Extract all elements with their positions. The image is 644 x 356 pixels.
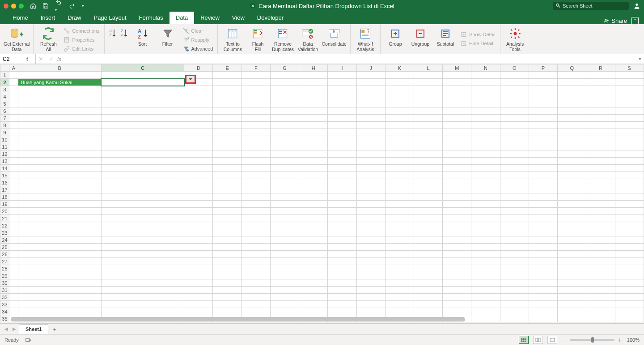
cell-B25[interactable] bbox=[18, 244, 101, 251]
column-header-J[interactable]: J bbox=[356, 64, 385, 72]
cell-F20[interactable] bbox=[242, 208, 270, 215]
cell-O5[interactable] bbox=[500, 100, 529, 107]
cell-M34[interactable] bbox=[443, 308, 471, 315]
cell-C21[interactable] bbox=[101, 215, 184, 222]
text-to-columns-button[interactable]: Text to Columns bbox=[221, 26, 244, 52]
name-box-input[interactable] bbox=[0, 54, 25, 64]
row-header-20[interactable]: 20 bbox=[0, 208, 9, 215]
cell-J12[interactable] bbox=[356, 150, 385, 158]
cell-R11[interactable] bbox=[586, 143, 615, 150]
cell-S3[interactable] bbox=[615, 86, 644, 93]
cell-D34[interactable] bbox=[184, 308, 213, 315]
search-sheet-input[interactable] bbox=[553, 2, 629, 10]
cell-I13[interactable] bbox=[328, 158, 356, 165]
cell-R12[interactable] bbox=[586, 150, 615, 158]
cell-N35[interactable] bbox=[471, 315, 500, 322]
cell-B34[interactable] bbox=[18, 308, 101, 315]
cell-O7[interactable] bbox=[500, 115, 529, 122]
cell-H5[interactable] bbox=[299, 100, 328, 107]
cell-I5[interactable] bbox=[328, 100, 356, 107]
cell-D27[interactable] bbox=[184, 258, 213, 265]
cell-F2[interactable] bbox=[242, 79, 270, 86]
cell-R14[interactable] bbox=[586, 165, 615, 172]
cell-Q6[interactable] bbox=[558, 107, 586, 115]
cell-P22[interactable] bbox=[529, 222, 557, 229]
cell-K24[interactable] bbox=[385, 236, 414, 244]
tab-page-layout[interactable]: Page Layout bbox=[88, 12, 133, 24]
sheet-tab-sheet1[interactable]: Sheet1 bbox=[19, 324, 48, 334]
cell-C2[interactable] bbox=[101, 79, 184, 86]
cell-H24[interactable] bbox=[299, 236, 328, 244]
cell-C19[interactable] bbox=[101, 201, 184, 208]
cell-B2[interactable]: Buah yang Kamu Sukai bbox=[18, 79, 101, 86]
cell-I30[interactable] bbox=[328, 279, 356, 287]
cell-E20[interactable] bbox=[213, 208, 242, 215]
cell-A9[interactable] bbox=[9, 129, 18, 136]
cell-N19[interactable] bbox=[471, 201, 500, 208]
cell-R19[interactable] bbox=[586, 201, 615, 208]
refresh-all-button[interactable]: Refresh All bbox=[37, 26, 59, 52]
cell-H34[interactable] bbox=[299, 308, 328, 315]
cell-Q20[interactable] bbox=[558, 208, 586, 215]
cell-E12[interactable] bbox=[213, 150, 242, 158]
cell-N33[interactable] bbox=[471, 301, 500, 308]
tab-formulas[interactable]: Formulas bbox=[133, 12, 169, 24]
cell-E13[interactable] bbox=[213, 158, 242, 165]
cell-A19[interactable] bbox=[9, 201, 18, 208]
cell-M9[interactable] bbox=[443, 129, 471, 136]
cell-C31[interactable] bbox=[101, 287, 184, 294]
cell-G34[interactable] bbox=[270, 308, 299, 315]
cell-Q30[interactable] bbox=[558, 279, 586, 287]
cell-Q16[interactable] bbox=[558, 179, 586, 186]
cell-E8[interactable] bbox=[213, 122, 242, 129]
cell-A7[interactable] bbox=[9, 115, 18, 122]
cell-N30[interactable] bbox=[471, 279, 500, 287]
cell-G23[interactable] bbox=[270, 229, 299, 236]
redo-icon[interactable] bbox=[68, 3, 76, 9]
cell-E6[interactable] bbox=[213, 107, 242, 115]
cell-S28[interactable] bbox=[615, 265, 644, 272]
cell-D16[interactable] bbox=[184, 179, 213, 186]
cell-F28[interactable] bbox=[242, 265, 270, 272]
cell-N23[interactable] bbox=[471, 229, 500, 236]
cell-K5[interactable] bbox=[385, 100, 414, 107]
cell-E28[interactable] bbox=[213, 265, 242, 272]
cell-B8[interactable] bbox=[18, 122, 101, 129]
cell-F22[interactable] bbox=[242, 222, 270, 229]
cell-P11[interactable] bbox=[529, 143, 557, 150]
cell-H21[interactable] bbox=[299, 215, 328, 222]
cell-C28[interactable] bbox=[101, 265, 184, 272]
cell-C16[interactable] bbox=[101, 179, 184, 186]
cell-S7[interactable] bbox=[615, 115, 644, 122]
filter-button[interactable]: Filter bbox=[157, 26, 179, 47]
cell-N22[interactable] bbox=[471, 222, 500, 229]
cell-K19[interactable] bbox=[385, 201, 414, 208]
properties-button[interactable]: Properties bbox=[62, 36, 100, 44]
subtotal-button[interactable]: Subtotal bbox=[434, 26, 457, 47]
cell-A21[interactable] bbox=[9, 215, 18, 222]
cell-B22[interactable] bbox=[18, 222, 101, 229]
maximize-window-button[interactable] bbox=[19, 4, 24, 9]
cell-D19[interactable] bbox=[184, 201, 213, 208]
cell-G4[interactable] bbox=[270, 93, 299, 100]
cell-O12[interactable] bbox=[500, 150, 529, 158]
cell-M27[interactable] bbox=[443, 258, 471, 265]
cell-D15[interactable] bbox=[184, 172, 213, 179]
cell-L5[interactable] bbox=[414, 100, 442, 107]
cell-J34[interactable] bbox=[356, 308, 385, 315]
cell-F6[interactable] bbox=[242, 107, 270, 115]
cell-A8[interactable] bbox=[9, 122, 18, 129]
cell-D14[interactable] bbox=[184, 165, 213, 172]
cell-P15[interactable] bbox=[529, 172, 557, 179]
cell-O3[interactable] bbox=[500, 86, 529, 93]
cell-I28[interactable] bbox=[328, 265, 356, 272]
cell-A33[interactable] bbox=[9, 301, 18, 308]
cell-A11[interactable] bbox=[9, 143, 18, 150]
cell-L7[interactable] bbox=[414, 115, 442, 122]
tab-review[interactable]: Review bbox=[194, 12, 226, 24]
cell-P9[interactable] bbox=[529, 129, 557, 136]
cell-R9[interactable] bbox=[586, 129, 615, 136]
cell-M4[interactable] bbox=[443, 93, 471, 100]
column-header-N[interactable]: N bbox=[471, 64, 500, 72]
cell-C13[interactable] bbox=[101, 158, 184, 165]
